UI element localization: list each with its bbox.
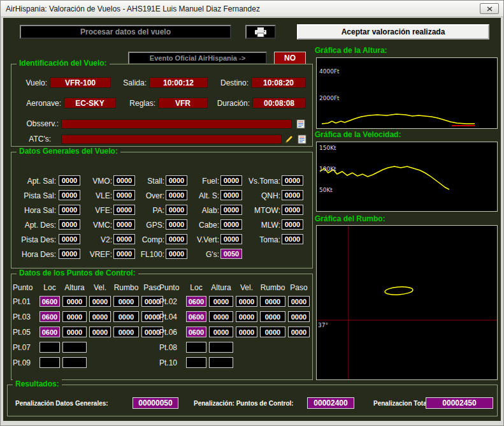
point-field[interactable]: 0000 [236,311,257,322]
reglas-field[interactable]: VFR [158,98,208,108]
value-field[interactable]: 0000 [282,219,303,230]
value-field[interactable]: 0000 [113,234,135,244]
value-field[interactable]: 0000 [59,190,80,200]
duracion-field[interactable]: 00:08:08 [252,98,306,108]
value-field[interactable]: 0000 [59,234,80,244]
vuelo-field[interactable]: VFR-100 [50,77,111,88]
aeronave-label: Aeronave: [19,99,61,108]
value-field[interactable]: 0000 [59,205,80,215]
value-field[interactable]: 0000 [282,190,303,200]
point-field[interactable] [209,342,233,353]
column-header: Vel. [234,283,259,292]
point-field[interactable]: 0000 [209,296,233,307]
value-field[interactable]: 0000 [220,175,242,186]
point-field[interactable] [62,357,87,368]
point-field[interactable]: 0600 [186,327,206,337]
value-field[interactable]: 0000 [282,205,303,215]
datos-generales-grid: Apt. Sal:0000VMO:0000Stall:0000Fuel:0000… [11,152,312,268]
point-field[interactable]: 0000 [113,296,139,307]
point-field[interactable]: 0000 [62,327,87,337]
field-label: Alab: [189,206,219,215]
value-field[interactable]: 0000 [113,190,135,200]
evento-oficial-button[interactable]: Evento Oficial AirHispania -> [128,52,267,64]
point-field[interactable]: 0600 [186,296,206,307]
value-field[interactable]: 0000 [166,190,187,200]
penal-total-label: Penalizacion Total: [373,400,431,407]
point-field[interactable]: 0600 [186,311,206,322]
rumbo-plot [317,226,497,379]
penal-puntos-field[interactable]: 00002400 [307,397,354,409]
point-field[interactable]: 0000 [236,327,257,337]
field-label: GPS: [135,221,164,230]
velocidad-plot [317,142,497,211]
atc-pencil-icon[interactable] [284,134,294,144]
point-field[interactable]: 0000 [113,311,139,322]
value-field[interactable]: 0000 [59,219,80,230]
penal-generales-field[interactable]: 00000050 [133,397,178,409]
point-field[interactable]: 0000 [288,296,310,307]
point-field[interactable]: 0000 [113,327,139,337]
point-field[interactable] [40,357,60,368]
point-field[interactable]: 0000 [89,327,111,337]
value-field[interactable]: 0000 [113,205,135,215]
point-field[interactable]: 0000 [89,311,111,322]
value-field[interactable]: 0000 [220,190,242,200]
point-field[interactable]: 0000 [62,296,87,307]
salida-field[interactable]: 10:00:12 [149,77,208,88]
point-field[interactable]: 0600 [40,327,60,337]
value-field[interactable]: 0000 [59,249,80,259]
point-field[interactable] [186,357,206,368]
penal-puntos-label: Penalización: Puntos de Control: [194,400,294,407]
point-field[interactable]: 0600 [40,296,60,307]
point-field[interactable]: 0000 [288,311,310,322]
penal-total-field[interactable]: 00002450 [426,397,493,409]
point-field[interactable]: 0000 [260,327,285,337]
obsserv-label: Obsserv.: [19,119,59,128]
point-field[interactable] [40,342,60,353]
value-field[interactable]: 0000 [220,234,242,244]
point-field[interactable]: 0000 [209,311,233,322]
value-field[interactable]: 0000 [220,205,242,215]
value-field[interactable]: 0000 [166,175,187,186]
value-field[interactable]: 0000 [282,175,303,186]
point-field[interactable]: 0000 [89,296,111,307]
process-flight-button[interactable]: Procesar datos del vuelo [20,25,231,39]
point-field[interactable]: 0000 [288,327,310,337]
obsserv-notes-icon[interactable] [296,119,306,129]
value-field[interactable]: 0000 [166,205,187,215]
value-field[interactable]: 0000 [166,249,187,259]
field-label: V.Vert: [189,235,219,244]
aeronave-field[interactable]: EC-SKY [64,98,116,108]
accept-button[interactable]: Aceptar valoración realizada [297,24,489,40]
point-field[interactable]: 0000 [236,296,257,307]
evento-value-field: NO [274,52,306,64]
atc-notes-icon[interactable] [297,134,307,144]
value-field[interactable]: 0000 [282,234,303,244]
point-field[interactable]: 0000 [260,296,285,307]
point-field[interactable] [209,357,233,368]
value-field[interactable]: 0050 [220,249,242,259]
atcs-field[interactable] [61,135,282,144]
point-field[interactable]: 0600 [40,311,60,322]
point-field[interactable]: 0000 [260,311,285,322]
destino-field[interactable]: 10:08:20 [251,77,306,88]
value-field[interactable]: 0000 [113,249,135,259]
point-field[interactable]: 0000 [209,327,233,337]
value-field[interactable]: 0000 [59,175,80,186]
value-field[interactable]: 0000 [166,234,187,244]
field-label: MLW: [240,221,280,230]
value-field[interactable]: 0000 [220,219,242,230]
obsserv-field[interactable] [61,119,292,129]
app-window: AirHispania: Valoración de Vuelos - AHS1… [0,0,504,426]
print-button[interactable] [245,25,276,39]
point-field[interactable]: 0000 [62,311,87,322]
value-field[interactable]: 0000 [113,219,135,230]
close-button[interactable] [480,3,499,14]
altura-chart: 4000Ft 2000Ft [316,57,498,129]
column-header: Altura [61,283,88,292]
point-field[interactable] [62,342,87,353]
column-header: Paso [287,283,311,292]
value-field[interactable]: 0000 [166,219,187,230]
value-field[interactable]: 0000 [113,175,135,186]
point-field[interactable] [186,342,206,353]
